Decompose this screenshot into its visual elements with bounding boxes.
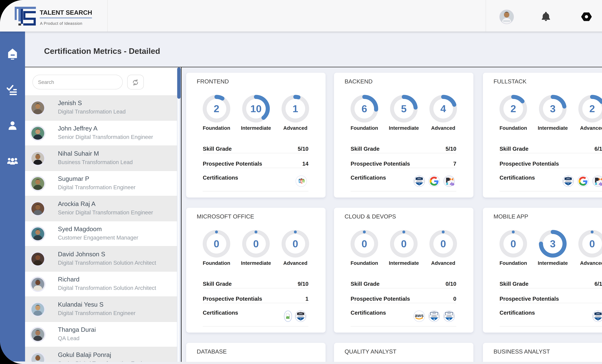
svg-text:aws: aws: [415, 313, 424, 318]
